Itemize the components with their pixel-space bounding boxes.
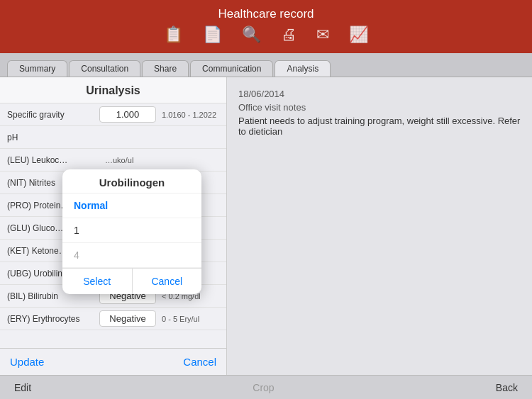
picker-item-1[interactable]: 1 xyxy=(62,218,201,243)
picker-title: Urobilinogen xyxy=(62,169,201,193)
app-header: Healthcare record 📋 📄 🔍 🖨 ✉ 📈 xyxy=(0,0,532,53)
main-content: Urinalysis Specific gravity 1.000 1.0160… xyxy=(0,77,532,375)
record-panel: 18/06/2014 Office visit notes Patient ne… xyxy=(227,77,532,375)
record-notes: Patient needs to adjust training program… xyxy=(238,116,521,137)
picker-cancel-button[interactable]: Cancel xyxy=(132,269,202,294)
app-title: Healthcare record xyxy=(218,7,314,21)
analysis-icon[interactable]: 📈 xyxy=(349,26,368,44)
header-icons: 📋 📄 🔍 🖨 ✉ 📈 xyxy=(164,26,368,44)
picker-select-button[interactable]: Select xyxy=(62,269,132,294)
tab-analysis[interactable]: Analysis xyxy=(275,60,331,77)
mail-icon[interactable]: ✉ xyxy=(316,26,329,44)
print-icon[interactable]: 🖨 xyxy=(281,26,297,44)
tab-bar: Summary Consultation Share Communication… xyxy=(0,53,532,77)
urinalysis-panel: Urinalysis Specific gravity 1.000 1.0160… xyxy=(0,77,227,375)
record-type: Office visit notes xyxy=(238,102,521,113)
picker-popup: Urobilinogen Normal 1 4 Select Cancel xyxy=(62,169,201,294)
document-icon[interactable]: 📄 xyxy=(203,26,222,44)
tab-share[interactable]: Share xyxy=(142,60,189,77)
crop-button: Crop xyxy=(253,382,274,393)
notes-icon[interactable]: 📋 xyxy=(164,26,183,44)
search-icon[interactable]: 🔍 xyxy=(242,26,261,44)
tab-consultation[interactable]: Consultation xyxy=(69,60,140,77)
edit-button[interactable]: Edit xyxy=(14,382,31,393)
back-button[interactable]: Back xyxy=(496,382,518,393)
bottom-toolbar: Edit Crop Back xyxy=(0,375,532,399)
tab-summary[interactable]: Summary xyxy=(7,60,67,77)
picker-item-4[interactable]: 4 xyxy=(62,243,201,268)
picker-list: Normal 1 4 xyxy=(62,193,201,268)
tab-communication[interactable]: Communication xyxy=(190,60,273,77)
picker-overlay: Urobilinogen Normal 1 4 Select Cancel xyxy=(0,77,226,375)
picker-actions: Select Cancel xyxy=(62,268,201,294)
picker-item-normal[interactable]: Normal xyxy=(62,193,201,218)
record-date: 18/06/2014 xyxy=(238,89,521,99)
